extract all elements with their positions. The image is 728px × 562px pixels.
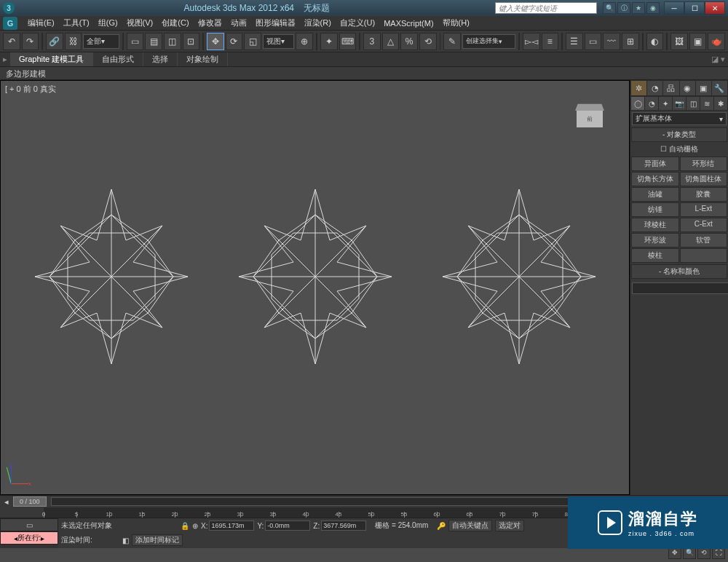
undo-icon[interactable]: ↶ (3, 33, 20, 50)
tab-selection[interactable]: 选择 (143, 52, 178, 66)
viewcube-top-icon[interactable] (575, 104, 604, 111)
display-tab-icon[interactable]: ▣ (696, 81, 711, 95)
pivot-icon[interactable]: ⊕ (296, 33, 313, 50)
snap-toggle-icon[interactable]: 3 (363, 33, 381, 50)
menu-view[interactable]: 视图(V) (122, 16, 158, 30)
move-icon[interactable]: ✥ (207, 33, 224, 50)
menu-modifiers[interactable]: 修改器 (194, 16, 226, 30)
utilities-tab-icon[interactable]: 🔧 (712, 81, 727, 95)
scale-icon[interactable]: ◱ (244, 33, 261, 50)
ribbon-subpanel[interactable]: 多边形建模 (0, 67, 728, 80)
window-crossing-icon[interactable]: ⊡ (183, 33, 200, 50)
ribbon-menu-icon[interactable]: ◪ ▾ (708, 55, 728, 64)
add-time-tag-button[interactable]: 添加时间标记 (132, 534, 183, 546)
viewcube[interactable]: 前 (572, 103, 607, 138)
info-icon[interactable]: ⓘ (617, 2, 630, 14)
unlink-icon[interactable]: ⛓ (65, 33, 82, 50)
viewport[interactable]: [ + 0 前 0 真实 前 (0, 80, 630, 495)
select-region-icon[interactable]: ◫ (164, 33, 181, 50)
name-color-rollout[interactable]: - 名称和颜色 (631, 264, 727, 279)
shapes-icon[interactable]: ◔ (645, 97, 658, 110)
tab-graphite[interactable]: Graphite 建模工具 (10, 52, 93, 66)
lock-icon[interactable]: 🔒 (181, 522, 189, 530)
btn-hose[interactable]: 软管 (680, 233, 728, 248)
link-icon[interactable]: 🔗 (46, 33, 63, 50)
btn-spindle[interactable]: 纺锤 (631, 202, 679, 217)
modify-tab-icon[interactable]: ◔ (647, 81, 662, 95)
percent-snap-icon[interactable]: % (400, 33, 418, 50)
z-coord-input[interactable] (321, 521, 366, 531)
hedra-object-1[interactable] (31, 186, 191, 368)
redo-icon[interactable]: ↷ (22, 33, 39, 50)
minimize-button[interactable]: ─ (664, 1, 684, 15)
edit-named-sel-icon[interactable]: ✎ (443, 33, 461, 50)
btn-cext[interactable]: C-Ext (680, 218, 728, 232)
star-icon[interactable]: ★ (632, 2, 645, 14)
keyboard-icon[interactable]: ⌨ (339, 33, 357, 50)
mirror-icon[interactable]: ▻◅ (523, 33, 540, 50)
create-tab-icon[interactable]: ✲ (631, 81, 646, 95)
search-input[interactable] (495, 2, 597, 14)
btn-chamfercyl[interactable]: 切角圆柱体 (680, 172, 728, 186)
manipulate-icon[interactable]: ✦ (320, 33, 338, 50)
menu-maxscript[interactable]: MAXScript(M) (379, 17, 438, 29)
menu-customize[interactable]: 自定义(U) (336, 16, 379, 30)
schematic-icon[interactable]: ⊞ (622, 33, 639, 50)
rotate-icon[interactable]: ⟳ (226, 33, 243, 50)
maxscript-mini-icon[interactable]: ▭ (0, 518, 58, 531)
btn-capsule[interactable]: 胶囊 (680, 187, 728, 202)
auto-key-button[interactable]: 自动关键点 (448, 520, 492, 531)
menu-group[interactable]: 组(G) (94, 16, 122, 30)
autogrid-checkbox[interactable]: ☐ 自动栅格 (630, 143, 728, 156)
btn-hedra[interactable]: 异面体 (631, 157, 679, 171)
time-slider-handle[interactable]: 0 / 100 (13, 496, 47, 507)
angle-snap-icon[interactable]: △ (382, 33, 400, 50)
geometry-icon[interactable]: ◯ (631, 97, 644, 110)
ribbon-collapse-icon[interactable]: ▸ (0, 55, 10, 64)
btn-torusknot[interactable]: 环形结 (680, 157, 728, 171)
spinner-snap-icon[interactable]: ⟲ (419, 33, 437, 50)
key-icon[interactable]: 🔑 (437, 522, 446, 530)
object-type-rollout[interactable]: - 对象类型 (631, 127, 727, 142)
systems-icon[interactable]: ✱ (714, 97, 727, 110)
ribbon-icon[interactable]: ▭ (585, 33, 602, 50)
select-icon[interactable]: ▭ (127, 33, 144, 50)
globe-icon[interactable]: ◉ (646, 2, 660, 14)
menu-create[interactable]: 创建(C) (157, 16, 193, 30)
named-selection-dropdown[interactable]: 创建选择集 ▾ (462, 34, 515, 49)
curve-editor-icon[interactable]: 〰 (603, 33, 620, 50)
render-frame-icon[interactable]: ▣ (689, 33, 707, 50)
render-setup-icon[interactable]: 🖼 (670, 33, 688, 50)
menu-edit[interactable]: 编辑(E) (23, 16, 59, 30)
motion-tab-icon[interactable]: ◉ (680, 81, 695, 95)
layers-icon[interactable]: ☰ (566, 33, 583, 50)
time-tag-icon[interactable]: ◧ (122, 537, 129, 545)
search-icon[interactable]: 🔍 (603, 2, 616, 14)
material-editor-icon[interactable]: ◐ (646, 33, 664, 50)
btn-prism[interactable]: 棱柱 (631, 248, 679, 263)
y-coord-input[interactable] (265, 521, 310, 531)
hierarchy-tab-icon[interactable]: 品 (663, 81, 678, 95)
btn-gengon[interactable]: 球棱柱 (631, 218, 679, 232)
app-menu-icon[interactable]: G (3, 17, 17, 30)
coord-mode-icon[interactable]: ⊕ (192, 522, 198, 530)
selected-only-button[interactable]: 选定对 (495, 520, 524, 531)
hedra-object-3[interactable] (439, 186, 599, 368)
select-name-icon[interactable]: ▤ (145, 33, 162, 50)
btn-oiltank[interactable]: 油罐 (631, 187, 679, 202)
maximize-button[interactable]: ☐ (684, 1, 705, 15)
prev-frame-icon[interactable]: ◂ (4, 497, 9, 507)
spacewarps-icon[interactable]: ≋ (700, 97, 713, 110)
viewport-label[interactable]: [ + 0 前 0 真实 (5, 84, 56, 95)
cameras-icon[interactable]: 📷 (673, 97, 686, 110)
menu-render[interactable]: 渲染(R) (300, 16, 336, 30)
btn-lext[interactable]: L-Ext (680, 202, 728, 217)
helpers-icon[interactable]: ◫ (687, 97, 700, 110)
tab-freeform[interactable]: 自由形式 (93, 52, 143, 66)
category-dropdown[interactable]: 扩展基本体▾ (632, 112, 727, 125)
align-icon[interactable]: ≡ (542, 33, 559, 50)
menu-help[interactable]: 帮助(H) (438, 16, 474, 30)
close-button[interactable]: ✕ (705, 1, 725, 15)
ref-coord-dropdown[interactable]: 视图 ▾ (263, 34, 294, 49)
lights-icon[interactable]: ✦ (659, 97, 672, 110)
